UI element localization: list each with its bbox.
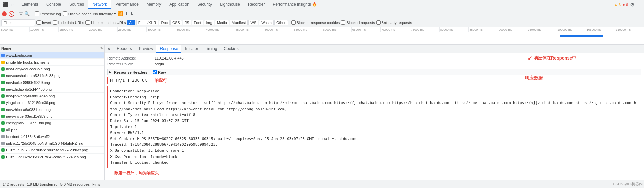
header-referrer-policy-value: origin (155, 62, 164, 66)
tab-elements[interactable]: Elements (17, 0, 42, 9)
request-item[interactable]: newyinyue-03ecd1e9b9.png (0, 113, 104, 120)
hide-extension-urls-checkbox[interactable]: Hide extension URLs (85, 20, 126, 25)
item-name: single-file-hooks-frames.js (6, 60, 103, 64)
response-headers-title[interactable]: ▶ Response Headers Raw (107, 69, 641, 75)
request-item[interactable]: public.1.72da1045.poNS_ml1G0rN5IgIoRZTng (0, 140, 104, 147)
filter-input[interactable] (1, 19, 35, 26)
tab-memory[interactable]: Memory (143, 0, 165, 9)
request-item[interactable]: PCtm_d9c8750bed0b3c7d089fa7d55720d6cf.pn… (0, 147, 104, 154)
item-type-icon (1, 67, 5, 71)
filter-type-font[interactable]: Font (192, 20, 203, 25)
blocked-requests-checkbox[interactable]: Blocked requests (341, 20, 375, 25)
request-count: 142 requests (3, 182, 24, 186)
request-item[interactable]: www.baidu.com (0, 52, 104, 59)
request-item[interactable]: newxueshuicon-a5314d5c83.png (0, 72, 104, 79)
network-conditions-icon[interactable]: 📶 (118, 11, 123, 16)
triangle-icon: ▶ (109, 71, 111, 74)
filter-type-manifest[interactable]: Manifest (230, 20, 248, 25)
filter-type-all[interactable]: All (127, 20, 135, 25)
item-type-icon (1, 155, 5, 159)
tab-performance-insights[interactable]: Performance insights 🔥 (269, 0, 321, 9)
request-item[interactable]: newjiankang-f03b804b4b.png (0, 93, 104, 99)
request-item[interactable]: single-file-hooks-frames.js (0, 59, 104, 66)
request-item[interactable]: chengpian-9981cd1fdb.png (0, 120, 104, 126)
item-name: newxueshuicon-a5314d5c83.png (6, 74, 103, 78)
header-remote-address-value: 110.242.68.4:443 (155, 56, 184, 60)
request-item[interactable]: newFanyi-da0cea8f7e.png (0, 66, 104, 72)
search-icon[interactable]: 🔍 (24, 11, 30, 16)
item-type-icon (1, 81, 5, 84)
filter-type-wasm[interactable]: Wasm (259, 20, 274, 25)
filter-type-fetch-xhr[interactable]: Fetch/XHR (136, 20, 158, 25)
request-item[interactable]: iconfont-fa013548a9.woff2 (0, 133, 104, 140)
tab-console[interactable]: Console (42, 0, 65, 9)
throttling-select[interactable]: No throttling ▾ (93, 11, 116, 16)
preserve-log-checkbox[interactable]: Preserve log (35, 11, 61, 16)
item-name: iconfont-fa013548a9.woff2 (6, 135, 103, 139)
details-tab-initiator[interactable]: Initiator (181, 45, 201, 53)
request-item[interactable]: newzhidao-da1cf444b0.png (0, 86, 104, 93)
http-status-line: HTTP/1.1 200 OK (107, 77, 149, 84)
filter-type-doc[interactable]: Doc (159, 20, 170, 25)
item-type-icon (1, 135, 5, 138)
item-name: newzhidao-da1cf444b0.png (6, 87, 103, 91)
filter-type-js[interactable]: JS (183, 20, 191, 25)
response-body[interactable]: Connection: keep-alive Content-Encoding:… (107, 86, 641, 168)
filter-type-img[interactable]: Img (204, 20, 214, 25)
response-content: Remote Address: 110.242.68.4:443 Referre… (105, 53, 644, 180)
tab-lighthouse[interactable]: Lighthouse (216, 0, 244, 9)
item-type-icon (1, 61, 5, 64)
request-item[interactable]: newzhibo-a6a0831ecd.png (0, 106, 104, 113)
filter-type-css[interactable]: CSS (170, 20, 182, 25)
filter-type-other[interactable]: Other (274, 20, 288, 25)
filter-type-media[interactable]: Media (215, 20, 229, 25)
import-har-icon[interactable]: ⬆ (125, 11, 128, 16)
details-tab-preview[interactable]: Preview (135, 45, 157, 53)
tab-security[interactable]: Security (193, 0, 216, 9)
item-type-icon (1, 74, 5, 77)
details-tab-timing[interactable]: Timing (202, 45, 221, 53)
resources-size: 5.0 MB resources (60, 182, 90, 186)
settings-icon[interactable]: ⚙ (630, 2, 635, 7)
request-item[interactable]: a0.png (0, 126, 104, 133)
details-close-btn[interactable]: × (105, 46, 113, 52)
item-name: newjiankang-f03b804b4b.png (6, 94, 103, 98)
general-headers: Remote Address: 110.242.68.4:443 Referre… (107, 55, 641, 67)
request-item[interactable]: PCfb_5bf082d29588c07f842ccde3f97243ea.pn… (0, 154, 104, 160)
more-icon[interactable]: ⋮ (637, 2, 641, 7)
status-line-annotation: 响应行 (155, 78, 167, 83)
header-remote-address-name: Remote Address: (107, 56, 155, 60)
filter-type-ws[interactable]: WS (248, 20, 258, 25)
resize-handle[interactable]: ⇅ (100, 47, 103, 50)
header-referrer-policy-name: Referrer Policy: (107, 62, 155, 66)
tab-application[interactable]: Application (165, 0, 193, 9)
item-name: yingxiaoicon-612169cc36.png (6, 101, 103, 105)
headers-annotation: 除第一行外，均为响应头 (107, 170, 641, 176)
disable-cache-checkbox[interactable]: Disable cache (63, 11, 92, 16)
record-btn[interactable] (2, 11, 7, 16)
hide-data-urls-checkbox[interactable]: Hide data URLs (53, 20, 84, 25)
tab-recorder[interactable]: Recorder (244, 0, 269, 9)
details-panel: × Headers Preview Response Initiator Tim… (105, 45, 644, 180)
item-type-icon (1, 54, 5, 57)
item-type-icon (1, 148, 5, 152)
export-har-icon[interactable]: ⬇ (130, 11, 134, 16)
details-tab-headers[interactable]: Headers (113, 45, 135, 53)
name-column-header: Name (1, 46, 11, 50)
tab-sources[interactable]: Sources (65, 0, 88, 9)
request-item[interactable]: newbaike-889054f349.png (0, 79, 104, 86)
blocked-cookies-checkbox[interactable]: Blocked response cookies (291, 20, 340, 25)
details-tab-response[interactable]: Response (156, 45, 181, 53)
clear-btn[interactable]: 🚫 (8, 11, 14, 17)
request-item[interactable]: yingxiaoicon-612169cc36.png (0, 99, 104, 106)
raw-checkbox[interactable]: Raw (153, 70, 166, 74)
tab-network[interactable]: Network (88, 0, 111, 9)
invert-checkbox[interactable]: Invert (36, 20, 51, 25)
item-name: newFanyi-da0cea8f7e.png (6, 67, 103, 71)
third-party-requests-checkbox[interactable]: 3rd-party requests (376, 20, 412, 25)
item-name: newbaike-889054f349.png (6, 80, 103, 85)
finish-status: Finis (92, 182, 100, 186)
tab-performance[interactable]: Performance (111, 0, 143, 9)
filter-icon[interactable]: ▽ (19, 11, 23, 16)
details-tab-cookies[interactable]: Cookies (220, 45, 242, 53)
